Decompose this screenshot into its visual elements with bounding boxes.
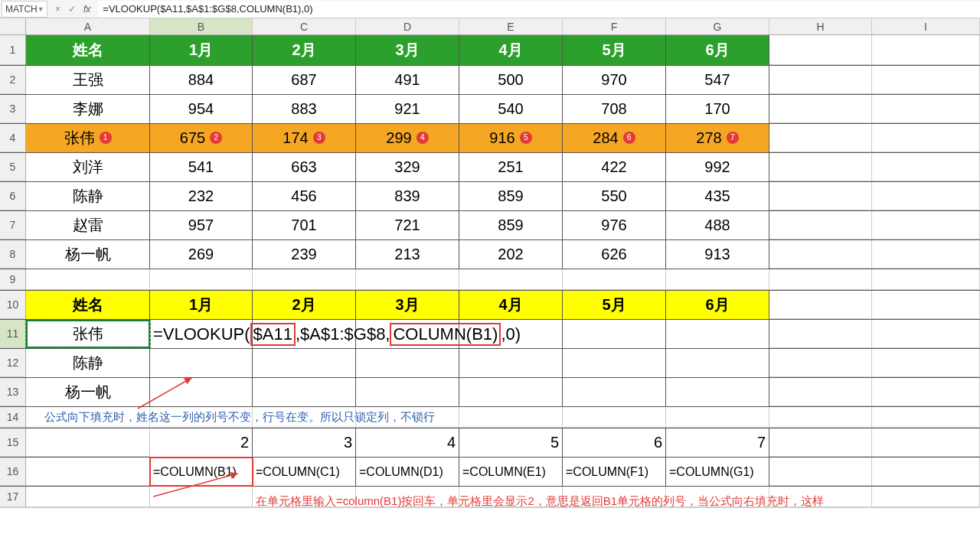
- cell-I7[interactable]: [872, 211, 980, 239]
- cell-G4[interactable]: 2787: [666, 124, 769, 152]
- cell-E16[interactable]: =COLUMN(E1): [459, 458, 563, 486]
- cell-D1[interactable]: 3月: [356, 35, 459, 65]
- cell-E9[interactable]: [459, 269, 563, 290]
- cell-H12[interactable]: [769, 349, 872, 377]
- cell-G11[interactable]: [666, 320, 769, 348]
- cell-H2[interactable]: [769, 66, 872, 94]
- row-header-7[interactable]: 7: [0, 211, 26, 239]
- cell-E8[interactable]: 202: [459, 240, 563, 269]
- cell-G12[interactable]: [666, 349, 769, 377]
- row-header-2[interactable]: 2: [0, 66, 26, 94]
- cell-A17[interactable]: [26, 487, 150, 507]
- chevron-down-icon[interactable]: ▼: [38, 5, 44, 13]
- cell-B1[interactable]: 1月: [150, 35, 253, 65]
- cell-H13[interactable]: [769, 378, 872, 406]
- cell-D6[interactable]: 839: [356, 182, 459, 210]
- row-header-9[interactable]: 9: [0, 269, 26, 290]
- cell-B2[interactable]: 884: [150, 66, 253, 94]
- cell-B6[interactable]: 232: [150, 182, 253, 210]
- cell-F5[interactable]: 422: [563, 153, 666, 181]
- cell-D7[interactable]: 721: [356, 211, 459, 239]
- cell-F11[interactable]: [563, 320, 666, 348]
- cell-A16[interactable]: [26, 458, 150, 486]
- cell-B16[interactable]: =COLUMN(B1): [150, 458, 253, 486]
- col-header-F[interactable]: F: [563, 18, 666, 34]
- cell-I10[interactable]: [872, 291, 980, 319]
- cell-G6[interactable]: 435: [666, 182, 769, 210]
- cell-A12[interactable]: 陈静: [26, 349, 150, 377]
- cell-G3[interactable]: 170: [666, 95, 769, 123]
- cell-I11[interactable]: [872, 320, 980, 348]
- cell-B7[interactable]: 957: [150, 211, 253, 239]
- formula-input[interactable]: =VLOOKUP($A11,$A$1:$G$8,COLUMN(B1),0): [98, 1, 980, 18]
- row-header-1[interactable]: 1: [0, 35, 26, 65]
- cell-C14[interactable]: [253, 407, 356, 428]
- cell-G14[interactable]: [666, 407, 769, 428]
- cell-E12[interactable]: [459, 349, 563, 377]
- cell-A13[interactable]: 杨一帆: [26, 378, 150, 406]
- cell-C13[interactable]: [253, 378, 356, 406]
- cell-E13[interactable]: [459, 378, 563, 406]
- cancel-icon[interactable]: ×: [55, 4, 60, 15]
- cell-G16[interactable]: =COLUMN(G1): [666, 458, 769, 486]
- row-header-14[interactable]: 14: [0, 407, 26, 428]
- cell-F1[interactable]: 5月: [563, 35, 666, 65]
- cell-A7[interactable]: 赵雷: [26, 211, 150, 239]
- cell-A4[interactable]: 张伟1: [26, 124, 150, 152]
- cell-H3[interactable]: [769, 95, 872, 123]
- cell-C7[interactable]: 701: [253, 211, 356, 239]
- cell-D14[interactable]: [356, 407, 459, 428]
- cell-D2[interactable]: 491: [356, 66, 459, 94]
- cell-C1[interactable]: 2月: [253, 35, 356, 65]
- col-header-C[interactable]: C: [253, 18, 356, 34]
- cell-H5[interactable]: [769, 153, 872, 181]
- cell-F3[interactable]: 708: [563, 95, 666, 123]
- cell-F2[interactable]: 970: [563, 66, 666, 94]
- spreadsheet-grid[interactable]: A B C D E F G H I 1 姓名 1月 2月 3月 4月 5月 6月…: [0, 18, 980, 508]
- cell-A14[interactable]: 公式向下填充时，姓名这一列的列号不变，行号在变。所以只锁定列，不锁行: [26, 407, 150, 428]
- cell-F16[interactable]: =COLUMN(F1): [563, 458, 666, 486]
- cell-C3[interactable]: 883: [253, 95, 356, 123]
- cell-G8[interactable]: 913: [666, 240, 769, 269]
- cell-I3[interactable]: [872, 95, 980, 123]
- cell-C17[interactable]: 在单元格里输入=column(B1)按回车，单元格里会显示2，意思是返回B1单元…: [253, 487, 356, 507]
- cell-H6[interactable]: [769, 182, 872, 210]
- cell-A9[interactable]: [26, 269, 150, 290]
- cell-B14[interactable]: [150, 407, 253, 428]
- cell-C12[interactable]: [253, 349, 356, 377]
- cell-B8[interactable]: 269: [150, 240, 253, 269]
- col-header-D[interactable]: D: [356, 18, 459, 34]
- cell-B9[interactable]: [150, 269, 253, 290]
- row-header-5[interactable]: 5: [0, 153, 26, 181]
- col-header-I[interactable]: I: [872, 18, 980, 34]
- row-header-15[interactable]: 15: [0, 428, 26, 457]
- cell-C6[interactable]: 456: [253, 182, 356, 210]
- cell-H16[interactable]: [769, 458, 872, 486]
- cell-E10[interactable]: 4月: [459, 291, 563, 319]
- cell-C16[interactable]: =COLUMN(C1): [253, 458, 356, 486]
- cell-A1[interactable]: 姓名: [26, 35, 150, 65]
- row-header-12[interactable]: 12: [0, 349, 26, 377]
- cell-I12[interactable]: [872, 349, 980, 377]
- cell-F6[interactable]: 550: [563, 182, 666, 210]
- cell-B3[interactable]: 954: [150, 95, 253, 123]
- row-header-3[interactable]: 3: [0, 95, 26, 123]
- cell-I4[interactable]: [872, 124, 980, 152]
- cell-D4[interactable]: 2994: [356, 124, 459, 152]
- cell-G13[interactable]: [666, 378, 769, 406]
- row-header-4[interactable]: 4: [0, 124, 26, 152]
- cell-H15[interactable]: [769, 428, 872, 457]
- cell-H4[interactable]: [769, 124, 872, 152]
- cell-D15[interactable]: 4: [356, 428, 459, 457]
- formula-edit-overlay[interactable]: =VLOOKUP( $A11 ,$A$1:$G$8, COLUMN(B1) ,0…: [153, 323, 521, 346]
- cell-G15[interactable]: 7: [666, 428, 769, 457]
- cell-I15[interactable]: [872, 428, 980, 457]
- cell-A3[interactable]: 李娜: [26, 95, 150, 123]
- cell-I6[interactable]: [872, 182, 980, 210]
- col-header-B[interactable]: B: [150, 18, 253, 34]
- cell-F12[interactable]: [563, 349, 666, 377]
- cell-G7[interactable]: 488: [666, 211, 769, 239]
- confirm-icon[interactable]: ✓: [68, 4, 76, 15]
- cell-I13[interactable]: [872, 378, 980, 406]
- cell-G10[interactable]: 6月: [666, 291, 769, 319]
